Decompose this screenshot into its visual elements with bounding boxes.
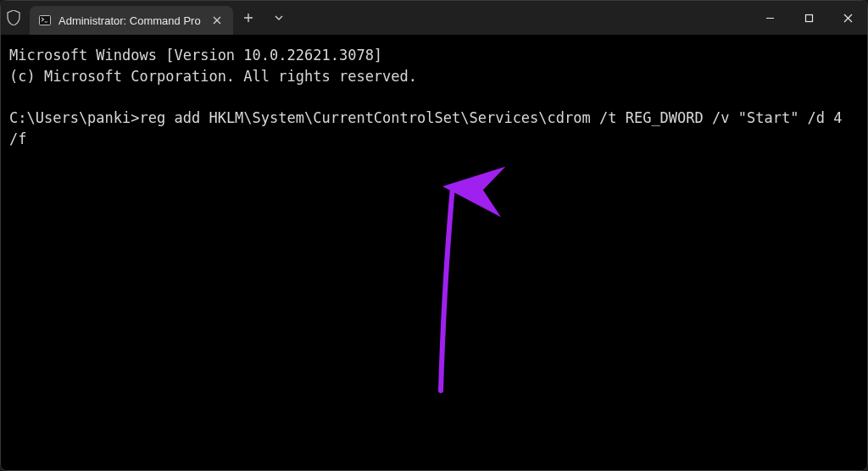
tab-dropdown-button[interactable]: [264, 1, 294, 35]
titlebar-spacer[interactable]: [294, 1, 750, 35]
output-line: (c) Microsoft Corporation. All rights re…: [9, 68, 417, 85]
annotation-arrow: [382, 158, 485, 425]
prompt: C:\Users\panki>: [9, 109, 140, 126]
minimize-button[interactable]: [750, 1, 789, 35]
close-button[interactable]: [828, 1, 867, 35]
titlebar: Administrator: Command Pro: [1, 1, 867, 35]
new-tab-button[interactable]: [233, 1, 264, 35]
tab-title: Administrator: Command Pro: [58, 14, 203, 27]
svg-rect-0: [40, 16, 51, 25]
output-line: Microsoft Windows [Version 10.0.22621.30…: [9, 47, 382, 64]
svg-rect-3: [805, 14, 812, 21]
tab-close-button[interactable]: [209, 13, 225, 28]
terminal-content[interactable]: Microsoft Windows [Version 10.0.22621.30…: [1, 35, 867, 470]
active-tab[interactable]: Administrator: Command Pro: [30, 6, 233, 35]
terminal-window: Administrator: Command Pro: [0, 0, 868, 471]
shield-icon: [6, 9, 21, 26]
titlebar-left: [1, 1, 25, 35]
terminal-icon: [38, 14, 52, 27]
maximize-button[interactable]: [789, 1, 828, 35]
tab-actions: [233, 1, 294, 35]
window-controls: [750, 1, 867, 35]
